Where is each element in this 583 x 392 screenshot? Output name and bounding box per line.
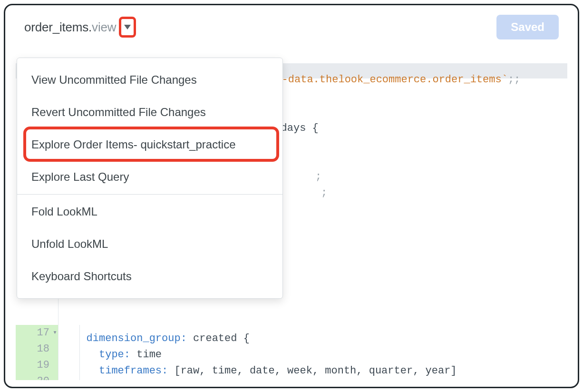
- caret-down-icon: [124, 25, 131, 29]
- code-line-17: dimension_group: created {: [58, 325, 250, 341]
- app-window: order_items.view Saved lic-data.thelook_…: [4, 4, 579, 388]
- gutter-17[interactable]: 17: [16, 325, 58, 341]
- code-line-19: timeframes: [raw, time, date, week, mont…: [58, 357, 457, 373]
- menu-explore-last-query[interactable]: Explore Last Query: [17, 161, 282, 193]
- menu-unfold-lookml[interactable]: Unfold LookML: [17, 228, 282, 260]
- menu-revert-uncommitted[interactable]: Revert Uncommitted File Changes: [17, 96, 282, 128]
- code-line-20: sql: ${TABLE}.created_at ;;: [58, 373, 271, 380]
- menu-view-uncommitted[interactable]: View Uncommitted File Changes: [17, 64, 282, 96]
- menu-explore-order-items[interactable]: Explore Order Items- quickstart_practice: [17, 128, 282, 161]
- svg-marker-0: [124, 25, 131, 29]
- file-menu-trigger[interactable]: [119, 17, 136, 38]
- gutter-20[interactable]: 20: [16, 373, 58, 380]
- menu-divider: [17, 194, 282, 195]
- saved-button[interactable]: Saved: [496, 15, 559, 39]
- filename: order_items.view: [24, 20, 116, 35]
- gutter-18[interactable]: 18: [16, 341, 58, 357]
- file-dropdown-menu: View Uncommitted File Changes Revert Unc…: [17, 58, 283, 299]
- code-line-18: type: time: [58, 341, 162, 357]
- menu-keyboard-shortcuts[interactable]: Keyboard Shortcuts: [17, 260, 282, 293]
- filename-base: order_items.: [24, 20, 92, 34]
- gutter-19[interactable]: 19: [16, 357, 58, 373]
- filename-ext: view: [92, 20, 116, 34]
- menu-fold-lookml[interactable]: Fold LookML: [17, 196, 282, 228]
- file-header: order_items.view Saved: [5, 5, 578, 46]
